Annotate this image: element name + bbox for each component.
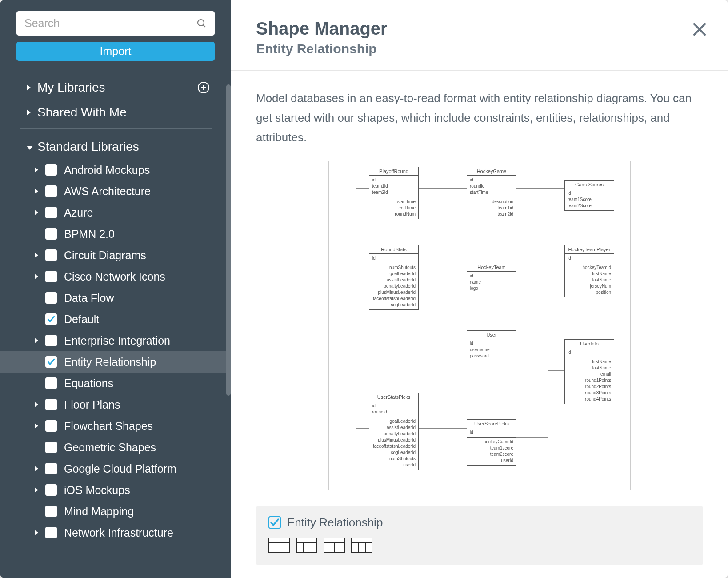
checkbox[interactable] [45, 506, 57, 517]
scrollbar-thumb[interactable] [226, 84, 231, 396]
checkbox[interactable] [45, 356, 57, 368]
checkbox[interactable] [45, 207, 57, 218]
shape-icons-row [268, 538, 691, 553]
entity-shape-icon-3[interactable] [324, 538, 345, 553]
chevron-right-icon [35, 423, 38, 429]
checkbox[interactable] [45, 377, 57, 389]
chevron-right-icon [35, 487, 38, 493]
sidebar-item-label: Network Infrastructure [64, 526, 173, 539]
checkbox[interactable] [45, 249, 57, 261]
scrollbar[interactable] [226, 84, 231, 405]
sidebar-item-label: AWS Architecture [64, 185, 151, 198]
chevron-right-icon [35, 210, 38, 215]
checkbox[interactable] [45, 484, 57, 496]
checkbox[interactable] [45, 463, 57, 474]
sidebar-item-azure[interactable]: Azure [0, 202, 231, 223]
checkbox[interactable] [45, 185, 57, 197]
chevron-right-icon [35, 189, 38, 194]
search-icon [196, 18, 207, 29]
shape-card-header: Entity Relationship [268, 516, 691, 530]
sidebar-item-cisco-network-icons[interactable]: Cisco Network Icons [0, 266, 231, 287]
sidebar-item-label: Google Cloud Platform [64, 462, 176, 475]
entity-shape-icon-2[interactable] [296, 538, 317, 553]
sidebar-item-label: Floor Plans [64, 398, 120, 411]
chevron-right-icon [27, 109, 31, 116]
checkbox[interactable] [45, 164, 57, 176]
sidebar-item-label: Mind Mapping [64, 505, 134, 518]
sidebar-item-geometric-shapes[interactable]: Geometric Shapes [0, 437, 231, 458]
sidebar-item-entity-relationship[interactable]: Entity Relationship [0, 351, 231, 373]
sidebar-scroll[interactable]: My Libraries Shared With Me Standard Lib… [0, 68, 231, 578]
checkbox[interactable] [45, 292, 57, 304]
sidebar-item-enterprise-integration[interactable]: Enterprise Integration [0, 330, 231, 351]
sidebar: Import My Libraries Shared With Me Stand… [0, 0, 231, 578]
close-button[interactable] [692, 22, 707, 38]
page-title: Shape Manager [256, 19, 703, 39]
sidebar-item-label: Equations [64, 377, 113, 390]
section-my-libraries[interactable]: My Libraries [0, 75, 231, 100]
sidebar-item-floor-plans[interactable]: Floor Plans [0, 394, 231, 415]
checkbox[interactable] [45, 271, 57, 282]
sidebar-item-label: Data Flow [64, 292, 114, 305]
main-body: Model databases in an easy-to-read forma… [231, 71, 728, 578]
section-title: Standard Libraries [37, 140, 139, 154]
sidebar-top: Import [0, 0, 231, 68]
sidebar-item-label: Cisco Network Icons [64, 270, 165, 283]
chevron-right-icon [35, 253, 38, 258]
divider [20, 128, 212, 129]
main-panel: Shape Manager Entity Relationship Model … [231, 0, 728, 578]
sidebar-item-label: Default [64, 313, 99, 326]
sidebar-item-flowchart-shapes[interactable]: Flowchart Shapes [0, 415, 231, 437]
sidebar-item-circuit-diagrams[interactable]: Circuit Diagrams [0, 245, 231, 266]
shape-card-title: Entity Relationship [287, 516, 383, 530]
sidebar-item-label: Circuit Diagrams [64, 249, 146, 262]
checkbox[interactable] [45, 527, 57, 538]
sidebar-item-label: Android Mockups [64, 164, 150, 177]
sidebar-item-label: Azure [64, 206, 93, 219]
checkbox[interactable] [45, 313, 57, 325]
sidebar-item-label: Geometric Shapes [64, 441, 156, 454]
sidebar-item-android-mockups[interactable]: Android Mockups [0, 159, 231, 181]
sidebar-item-aws-architecture[interactable]: AWS Architecture [0, 181, 231, 202]
sidebar-item-google-cloud-platform[interactable]: Google Cloud Platform [0, 458, 231, 479]
sidebar-item-default[interactable]: Default [0, 309, 231, 330]
sidebar-item-ios-mockups[interactable]: iOS Mockups [0, 479, 231, 501]
svg-point-0 [198, 20, 204, 26]
shape-card-checkbox[interactable] [268, 516, 281, 529]
sidebar-item-network-infrastructure[interactable]: Network Infrastructure [0, 522, 231, 543]
entity-shape-icon-1[interactable] [268, 538, 290, 553]
sidebar-item-bpmn-2-0[interactable]: BPMN 2.0 [0, 223, 231, 245]
entity-shape-icon-4[interactable] [351, 538, 372, 553]
chevron-right-icon [35, 274, 38, 279]
sidebar-item-label: Entity Relationship [64, 356, 156, 369]
checkbox[interactable] [45, 442, 57, 453]
shape-manager-modal: Import My Libraries Shared With Me Stand… [0, 0, 728, 578]
section-shared-with-me[interactable]: Shared With Me [0, 100, 231, 125]
chevron-right-icon [35, 466, 38, 471]
checkbox[interactable] [45, 228, 57, 240]
sidebar-item-equations[interactable]: Equations [0, 373, 231, 394]
chevron-right-icon [27, 84, 31, 91]
shape-library-card: Entity Relationship [256, 506, 703, 565]
sidebar-item-mind-mapping[interactable]: Mind Mapping [0, 501, 231, 522]
chevron-right-icon [35, 402, 38, 407]
search-wrap [16, 11, 215, 36]
checkbox[interactable] [45, 420, 57, 432]
sidebar-item-label: BPMN 2.0 [64, 228, 115, 241]
chevron-right-icon [35, 338, 38, 343]
add-icon[interactable] [197, 81, 210, 94]
checkbox[interactable] [45, 399, 57, 410]
section-standard-libraries[interactable]: Standard Libraries [0, 134, 231, 159]
search-input[interactable] [16, 11, 215, 36]
chevron-down-icon [27, 146, 33, 150]
description-text: Model databases in an easy-to-read forma… [256, 88, 703, 148]
main-header: Shape Manager Entity Relationship [231, 0, 728, 71]
chevron-right-icon [35, 167, 38, 173]
page-subtitle: Entity Relationship [256, 41, 703, 56]
sidebar-item-data-flow[interactable]: Data Flow [0, 287, 231, 309]
import-button[interactable]: Import [16, 42, 215, 61]
checkbox[interactable] [45, 335, 57, 346]
er-diagram-preview: PlayoffRound idteam1idteam2id startTimee… [328, 161, 631, 490]
section-title: Shared With Me [37, 105, 127, 120]
chevron-right-icon [35, 530, 38, 535]
